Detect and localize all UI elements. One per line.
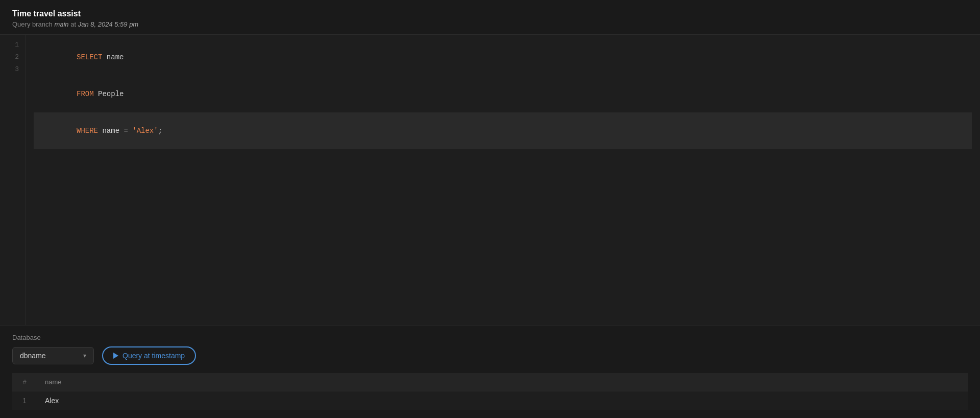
keyword-from: FROM bbox=[77, 90, 94, 98]
col-header-rownum: # bbox=[12, 373, 37, 391]
line-number-3: 3 bbox=[6, 63, 19, 76]
code-content[interactable]: SELECT name FROM People WHERE name = 'Al… bbox=[26, 35, 980, 325]
code-table-name: People bbox=[94, 90, 124, 98]
editor-area[interactable]: 1 2 3 SELECT name FROM People WHERE name… bbox=[0, 34, 980, 326]
play-icon bbox=[113, 353, 118, 359]
timestamp: Jan 8, 2024 5:59 pm bbox=[78, 20, 139, 28]
line-number-1: 1 bbox=[6, 39, 19, 51]
database-select[interactable]: dbname ▾ bbox=[12, 347, 94, 364]
line-numbers: 1 2 3 bbox=[0, 35, 26, 325]
database-select-value: dbname bbox=[20, 352, 77, 360]
col-header-name: name bbox=[37, 373, 968, 391]
chevron-down-icon: ▾ bbox=[83, 352, 86, 359]
keyword-where: WHERE bbox=[77, 127, 98, 135]
table-row: 1Alex bbox=[12, 391, 968, 410]
header: Time travel assist Query branch main at … bbox=[0, 0, 980, 34]
code-semicolon: ; bbox=[158, 127, 162, 135]
subtitle-prefix: Query branch bbox=[12, 20, 53, 28]
code-line-3: WHERE name = 'Alex'; bbox=[34, 112, 972, 149]
code-string-value: 'Alex' bbox=[132, 127, 158, 135]
keyword-select: SELECT bbox=[77, 53, 102, 61]
query-at-timestamp-button[interactable]: Query at timestamp bbox=[102, 346, 196, 365]
results-table: # name 1Alex bbox=[12, 373, 968, 410]
cell-row-num: 1 bbox=[12, 391, 37, 410]
code-where-field: name = bbox=[98, 127, 132, 135]
code-line-1: SELECT name bbox=[34, 39, 972, 76]
cell-name: Alex bbox=[37, 391, 968, 410]
bottom-panel: Database dbname ▾ Query at timestamp # n… bbox=[0, 326, 980, 418]
branch-name: main bbox=[54, 20, 68, 28]
db-controls: dbname ▾ Query at timestamp bbox=[12, 346, 968, 365]
code-line-2: FROM People bbox=[34, 76, 972, 112]
code-editor: 1 2 3 SELECT name FROM People WHERE name… bbox=[0, 35, 980, 325]
code-name-field: name bbox=[102, 53, 124, 61]
database-label: Database bbox=[12, 334, 968, 341]
page-title: Time travel assist bbox=[12, 9, 968, 18]
table-header-row: # name bbox=[12, 373, 968, 391]
line-number-2: 2 bbox=[6, 51, 19, 63]
subtitle-at: at bbox=[70, 20, 78, 28]
query-button-label: Query at timestamp bbox=[122, 352, 185, 360]
main-container: Time travel assist Query branch main at … bbox=[0, 0, 980, 418]
header-subtitle: Query branch main at Jan 8, 2024 5:59 pm bbox=[12, 20, 968, 28]
